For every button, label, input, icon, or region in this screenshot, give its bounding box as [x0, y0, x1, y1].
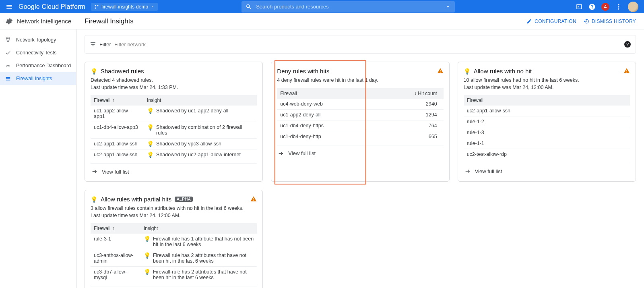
- sidebar-item-label: Firewall Insights: [16, 76, 52, 81]
- notifications-badge[interactable]: 4: [601, 3, 609, 11]
- topology-icon: [5, 37, 11, 43]
- card-title-text: Deny rules with hits: [277, 68, 329, 75]
- help-icon[interactable]: [588, 3, 596, 10]
- configuration-button[interactable]: CONFIGURATION: [526, 19, 576, 24]
- sidebar-item-network-topology[interactable]: Network Topology: [0, 33, 76, 46]
- table-row[interactable]: uc3-db7-allow-mysql 💡Firewall-rule has 2…: [91, 267, 257, 283]
- cell-firewall: uc3-anthos-allow-admin: [91, 250, 140, 267]
- firewall-icon: [5, 76, 11, 81]
- view-full-list[interactable]: View full list: [277, 145, 443, 161]
- cell-firewall: uc2-app1-allow-ssh: [464, 106, 630, 116]
- col-firewall[interactable]: Firewall↑: [91, 95, 144, 106]
- warning-icon: [623, 68, 630, 74]
- cell-insight: 💡Firewall rule has 1 attribute that has …: [140, 234, 257, 250]
- chevron-down-icon[interactable]: [445, 4, 451, 10]
- svg-rect-6: [6, 77, 10, 78]
- cell-insight: 💡Firewall-rule has 2 attributes that hav…: [140, 267, 257, 283]
- svg-point-3: [618, 4, 619, 5]
- cell-firewall: uc1-db4-deny-https: [277, 120, 376, 131]
- table-row[interactable]: rule-3-1 💡Firewall rule has 1 attribute …: [91, 234, 257, 250]
- card-subtitle: Detected 4 shadowed rules. Last update t…: [91, 77, 257, 91]
- user-avatar[interactable]: [628, 2, 638, 12]
- col-insight[interactable]: Insight: [140, 223, 257, 234]
- arrow-right-icon: [464, 168, 471, 174]
- lightbulb-icon: 💡: [147, 108, 154, 114]
- table-row[interactable]: rule-1-2: [464, 116, 630, 127]
- view-full-label: View full list: [102, 169, 129, 175]
- cell-insight: 💡Firewall rule has 2 attributes that hav…: [140, 250, 257, 267]
- sidebar-item-performance-dashboard[interactable]: Performance Dashboard: [0, 59, 76, 72]
- table-row[interactable]: uc3-anthos-allow-admin 💡Firewall rule ha…: [91, 250, 257, 267]
- cell-firewall: uc4-web-deny-web: [277, 99, 376, 110]
- lightbulb-icon: 💡: [144, 236, 151, 242]
- filter-label: Filter: [99, 41, 111, 48]
- svg-point-5: [618, 8, 619, 9]
- filter-input[interactable]: [114, 41, 621, 48]
- gcp-logo[interactable]: Google Cloud Platform: [19, 3, 85, 10]
- lightbulb-icon: 💡: [91, 68, 97, 74]
- card-allow-rules-partial-hits: 💡 Allow rules with partial hits ALPHA 3 …: [85, 190, 263, 288]
- col-hitcount[interactable]: ↓ Hit count: [376, 88, 444, 99]
- table-row[interactable]: uc2-test-allow-rdp: [464, 149, 630, 160]
- sidebar-item-label: Network Topology: [16, 37, 56, 43]
- cell-firewall: uc1-app2-deny-all: [277, 109, 376, 120]
- project-selector[interactable]: firewall-insights-demo: [91, 3, 158, 11]
- col-firewall[interactable]: Firewall: [464, 95, 630, 106]
- view-full-list[interactable]: View full list: [464, 163, 630, 178]
- table-row[interactable]: uc1-db4-deny-https 764: [277, 120, 443, 131]
- lightbulb-icon: 💡: [144, 253, 151, 258]
- filter-help-icon[interactable]: ?: [624, 41, 631, 48]
- sidebar-item-label: Connectivity Tests: [16, 50, 57, 56]
- card-allow-rules-no-hit: 💡 Allow rules with no hit 10 allow firew…: [458, 62, 636, 182]
- cell-insight: 💡Shadowed by uc1-app2-deny-all: [144, 106, 257, 122]
- connectivity-icon: [5, 50, 11, 56]
- table-row[interactable]: uc4-web-deny-web 2940: [277, 99, 443, 110]
- cell-firewall: rule-1-3: [464, 127, 630, 138]
- card-shadowed-rules: 💡 Shadowed rules Detected 4 shadowed rul…: [85, 62, 263, 182]
- table-row[interactable]: uc1-app2-allow-app1 💡Shadowed by uc1-app…: [91, 106, 257, 122]
- table-row[interactable]: uc2-app1-allow-ssh 💡Shadowed by uc2-app1…: [91, 149, 257, 160]
- sort-desc-icon: ↓: [414, 91, 417, 96]
- sidebar-item-connectivity-tests[interactable]: Connectivity Tests: [0, 46, 76, 59]
- cell-firewall: uc1-db4-allow-app3: [91, 122, 144, 139]
- filter-icon[interactable]: [90, 41, 96, 48]
- table-row[interactable]: rule-1-3: [464, 127, 630, 138]
- content-area: Filter ? 💡 Shadowed rules Detected 4 sha…: [76, 29, 644, 288]
- sidebar: Network Topology Connectivity Tests Perf…: [0, 29, 76, 288]
- card-title-text: Shadowed rules: [101, 68, 144, 75]
- card-subtitle: 4 deny firewall rules were hit in the la…: [277, 77, 443, 84]
- search-bar[interactable]: [242, 1, 455, 12]
- cell-insight: 💡Shadowed by combination of 2 firewall r…: [144, 122, 257, 139]
- product-name: Network Intelligence: [17, 18, 71, 25]
- table-row[interactable]: uc2-app1-allow-ssh: [464, 106, 630, 116]
- search-input[interactable]: [256, 4, 441, 10]
- table-row[interactable]: rule-1-1: [464, 138, 630, 149]
- col-firewall[interactable]: Firewall↑: [91, 223, 140, 234]
- more-vert-icon[interactable]: [615, 3, 622, 10]
- view-full-list[interactable]: View full list: [91, 163, 257, 179]
- project-name: firewall-insights-demo: [101, 4, 148, 10]
- table-row[interactable]: uc1-db4-deny-http 665: [277, 131, 443, 142]
- sort-asc-icon: ↑: [112, 97, 114, 103]
- cell-firewall: rule-3-1: [91, 234, 140, 250]
- card-subtitle: 3 allow firewall rules contain attribute…: [91, 205, 257, 219]
- dismiss-history-button[interactable]: DISMISS HISTORY: [584, 19, 636, 24]
- sidebar-item-firewall-insights[interactable]: Firewall Insights: [0, 72, 76, 85]
- table-row[interactable]: uc1-app2-deny-all 1294: [277, 109, 443, 120]
- warning-icon: [250, 196, 257, 202]
- partial-table: Firewall↑ Insight rule-3-1 💡Firewall rul…: [91, 223, 257, 283]
- cell-firewall: uc1-db4-deny-http: [277, 131, 376, 142]
- cell-firewall: uc2-app1-allow-ssh: [91, 139, 144, 149]
- table-row[interactable]: uc1-db4-allow-app3 💡Shadowed by combinat…: [91, 122, 257, 139]
- deny-table: Firewall ↓ Hit count uc4-web-deny-web 29…: [277, 88, 443, 142]
- view-full-list[interactable]: View full list: [91, 286, 257, 288]
- cloud-shell-icon[interactable]: [576, 3, 583, 10]
- col-firewall[interactable]: Firewall: [277, 88, 376, 99]
- table-row[interactable]: uc2-app1-allow-ssh 💡Shadowed by vpc3-all…: [91, 139, 257, 149]
- sidebar-item-label: Performance Dashboard: [16, 63, 71, 68]
- lightbulb-icon: 💡: [91, 197, 97, 202]
- network-intelligence-icon: [5, 17, 13, 25]
- col-insight[interactable]: Insight: [144, 95, 257, 106]
- hamburger-menu-icon[interactable]: [6, 3, 13, 10]
- logo-b: Cloud Platform: [41, 3, 85, 10]
